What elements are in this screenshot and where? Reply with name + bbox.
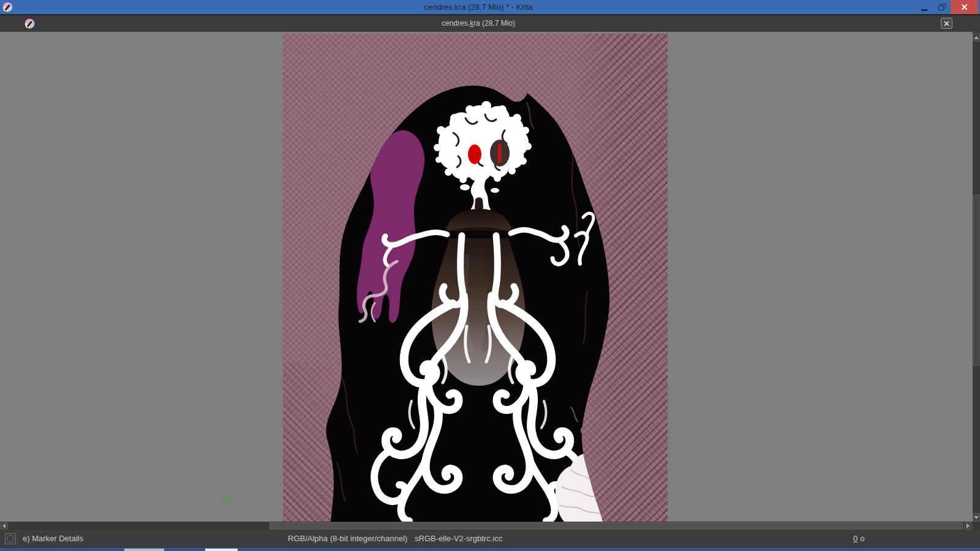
window-controls [915,0,978,14]
horizontal-scrollbar-thumb[interactable] [270,522,963,530]
restore-button[interactable] [933,0,951,14]
taskbar-item[interactable] [205,549,238,551]
krita-logo-icon [2,2,13,12]
selection-status-icon [5,533,16,544]
canvas-artwork[interactable] [283,34,668,522]
status-bar: e) Marker Details RGB/Alpha (8-bit integ… [0,530,980,547]
arrow-up-icon [974,36,979,39]
window-titlebar[interactable]: cendres.kra (28,7 Mio) * - Krita [0,0,980,14]
horizontal-scrollbar[interactable] [0,522,980,530]
arrow-left-icon [2,523,6,528]
arrow-right-icon [967,523,970,528]
brush-preset-label: e) Marker Details [23,530,83,547]
color-space-info: RGB/Alpha (8-bit integer/channel) sRGB-e… [288,530,502,547]
left-eye [468,144,481,164]
minimize-icon [921,9,927,11]
close-icon [944,21,949,26]
scroll-down-button[interactable] [973,513,980,522]
artwork-illustration [283,34,668,522]
taskbar-item[interactable] [124,549,164,551]
color-mode-label: RGB/Alpha (8-bit integer/channel) [288,530,407,547]
restore-icon [938,4,946,10]
krita-window: cendres.kra (28,7 Mio) * - Krita ce [0,0,980,551]
taskbar-edge [0,547,980,551]
window-title: cendres.kra (28,7 Mio) * - Krita [424,0,532,14]
close-icon [961,4,968,10]
color-profile-label: sRGB-elle-V2-srgbtrc.icc [415,530,502,547]
vertical-scrollbar-thumb[interactable] [973,195,979,365]
document-title: cendres.kra (28,7 Mio) [442,15,515,31]
vertical-scrollbar[interactable] [973,32,980,522]
document-close-button[interactable] [941,18,952,29]
scroll-up-button[interactable] [973,33,980,42]
scroll-right-button[interactable] [964,522,972,530]
krita-document-icon [24,18,35,29]
minimize-button[interactable] [915,0,933,14]
canvas-viewport[interactable] [0,32,973,522]
arrow-down-icon [974,516,979,519]
scroll-left-button[interactable] [0,522,8,530]
memory-usage-label: 0o [853,530,864,547]
brush-cursor-outline [222,495,230,503]
dotted-circle-icon [7,535,14,542]
close-button[interactable] [951,0,978,14]
document-titlebar[interactable]: cendres.kra (28,7 Mio) [0,14,980,32]
right-eye [490,140,510,167]
